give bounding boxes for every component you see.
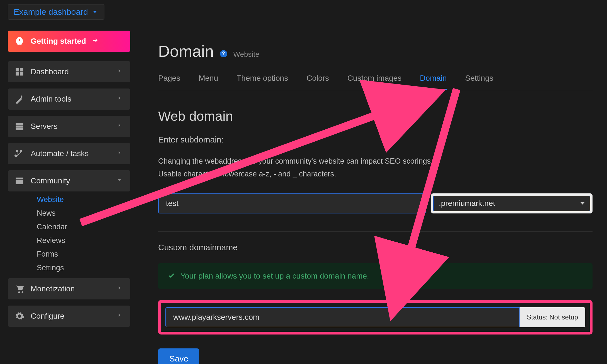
subnav-forms[interactable]: Forms — [37, 250, 130, 259]
save-button[interactable]: Save — [158, 348, 199, 364]
tab-pages[interactable]: Pages — [158, 74, 180, 90]
caret-down-icon — [580, 202, 585, 205]
sidebar-item-label: Admin tools — [31, 95, 71, 104]
check-icon — [168, 272, 175, 280]
arrow-right-icon — [91, 37, 99, 46]
plan-allowed-text: Your plan allows you to set up a custom … — [180, 272, 369, 281]
help-icon[interactable]: ? — [220, 50, 227, 57]
breadcrumb: Website — [233, 50, 259, 59]
tab-menu[interactable]: Menu — [199, 74, 218, 90]
sidebar-item-label: Community — [31, 176, 70, 185]
sidebar-community-subnav: Website News Calendar Reviews Forms Sett… — [8, 195, 130, 272]
subdomain-label: Enter subdomain: — [158, 135, 593, 144]
server-icon — [14, 121, 25, 131]
custom-domain-field: Status: Not setup — [158, 300, 593, 335]
rocket-icon — [14, 36, 25, 46]
web-domain-heading: Web domain — [158, 109, 593, 124]
sidebar-item-servers[interactable]: Servers — [8, 116, 130, 137]
sidebar-item-dashboard[interactable]: Dashboard — [8, 61, 130, 82]
domain-suffix-value: .premiumark.net — [439, 199, 495, 208]
sidebar-item-community[interactable]: Community — [8, 170, 130, 191]
tabs: Pages Menu Theme options Colors Custom i… — [158, 74, 593, 90]
custom-domain-input[interactable] — [165, 307, 520, 327]
chevron-right-icon — [117, 122, 122, 131]
custom-domain-status: Status: Not setup — [520, 307, 585, 327]
chevron-right-icon — [117, 67, 122, 77]
chevron-right-icon — [117, 284, 122, 294]
tab-theme-options[interactable]: Theme options — [236, 74, 288, 90]
branch-icon — [14, 149, 25, 159]
subnav-website[interactable]: Website — [37, 195, 130, 204]
main-content: Domain ? Website Pages Menu Theme option… — [158, 42, 593, 364]
tab-domain[interactable]: Domain — [420, 74, 447, 90]
chevron-right-icon — [117, 149, 122, 159]
sidebar-item-label: Configure — [31, 312, 64, 321]
chevron-right-icon — [117, 94, 122, 104]
grid-icon — [14, 67, 25, 77]
tab-settings[interactable]: Settings — [465, 74, 493, 90]
sidebar-item-label: Dashboard — [31, 67, 69, 76]
sidebar-item-monetization[interactable]: Monetization — [8, 278, 130, 299]
wand-icon — [14, 94, 25, 104]
tab-colors[interactable]: Colors — [307, 74, 329, 90]
tab-custom-images[interactable]: Custom images — [347, 74, 402, 90]
sidebar-item-automate[interactable]: Automate / tasks — [8, 143, 130, 164]
getting-started-button[interactable]: Getting started — [8, 31, 130, 52]
gear-icon — [14, 311, 25, 321]
dashboard-select-label: Example dashboard — [14, 7, 88, 17]
cart-icon — [14, 284, 25, 294]
sidebar-item-label: Monetization — [31, 284, 75, 293]
getting-started-label: Getting started — [31, 37, 86, 46]
subnav-reviews[interactable]: Reviews — [37, 236, 130, 245]
sidebar-item-configure[interactable]: Configure — [8, 306, 130, 327]
chevron-down-icon — [117, 176, 122, 186]
caret-down-icon — [93, 11, 97, 13]
domain-suffix-select[interactable]: .premiumark.net — [431, 193, 593, 213]
sidebar-item-label: Automate / tasks — [31, 149, 89, 158]
sidebar: Getting started Dashboard Admin tools Se… — [8, 31, 130, 333]
subnav-settings[interactable]: Settings — [37, 264, 130, 272]
helper-text: Changing the webaddress for your communi… — [158, 155, 593, 181]
subnav-calendar[interactable]: Calendar — [37, 223, 130, 231]
subdomain-input[interactable] — [158, 193, 426, 213]
sidebar-item-label: Servers — [31, 122, 57, 131]
dashboard-select[interactable]: Example dashboard — [8, 4, 104, 20]
chevron-right-icon — [117, 311, 122, 321]
divider — [158, 231, 593, 232]
page-title: Domain — [158, 42, 214, 60]
window-icon — [14, 176, 25, 186]
sidebar-item-admin-tools[interactable]: Admin tools — [8, 88, 130, 110]
custom-domain-heading: Custom domainname — [158, 243, 593, 252]
plan-allowed-banner: Your plan allows you to set up a custom … — [158, 263, 593, 289]
subnav-news[interactable]: News — [37, 209, 130, 218]
